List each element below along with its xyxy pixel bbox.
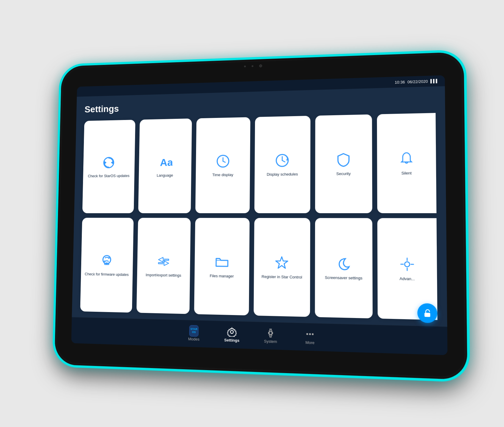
card-check-staros-updates[interactable]: Check for StarOS updates xyxy=(82,120,135,213)
svg-point-25 xyxy=(309,333,311,335)
card-screensaver[interactable]: Screensaver settings xyxy=(315,218,373,319)
sync-firmware-icon xyxy=(99,252,115,269)
transfer-icon xyxy=(155,253,172,270)
shield-icon xyxy=(335,151,353,169)
tablet-speaker-left xyxy=(244,66,246,67)
folder-icon xyxy=(213,253,230,271)
status-date: 06/22/2020 xyxy=(407,79,428,84)
staros-logo-icon: STAROS xyxy=(189,326,199,336)
gear-settings-icon xyxy=(227,327,237,337)
advanced-icon xyxy=(398,255,416,273)
tablet-speaker-right xyxy=(252,65,253,67)
card-import-export[interactable]: Import/export settings xyxy=(136,218,191,314)
svg-line-9 xyxy=(282,160,285,162)
gear-system-icon xyxy=(266,328,275,338)
card-display-schedules-label: Display schedules xyxy=(267,172,298,177)
nav-item-system[interactable]: System xyxy=(259,328,283,344)
schedule-clock-icon xyxy=(274,152,291,169)
unlock-icon xyxy=(422,308,432,318)
tablet-camera xyxy=(259,64,262,67)
card-time-display[interactable]: Time display xyxy=(195,117,251,213)
svg-rect-27 xyxy=(425,313,431,317)
svg-marker-1 xyxy=(111,161,113,164)
card-advanced-label: Advan... xyxy=(400,276,415,282)
card-security[interactable]: Security xyxy=(315,114,372,213)
status-time: 10:36 xyxy=(395,80,405,84)
settings-grid: Check for StarOS updates Aa Language xyxy=(80,113,437,320)
svg-marker-16 xyxy=(276,257,288,268)
card-import-export-label: Import/export settings xyxy=(146,272,181,278)
main-content: Settings Check for StarOS updat xyxy=(72,86,447,326)
bell-off-icon xyxy=(397,150,416,168)
card-star-control-label: Register in Star Control xyxy=(262,274,302,280)
card-files-manager-label: Files manager xyxy=(210,274,234,279)
moon-icon xyxy=(335,255,353,272)
card-display-schedules[interactable]: Display schedules xyxy=(254,116,310,213)
page-title: Settings xyxy=(84,95,436,115)
card-language-label: Language xyxy=(157,173,173,178)
card-screensaver-label: Screensaver settings xyxy=(325,275,362,281)
tablet-top-bar xyxy=(244,64,262,68)
sync-icon xyxy=(101,154,117,171)
nav-system-label: System xyxy=(264,339,277,344)
card-language[interactable]: Aa Language xyxy=(138,119,192,213)
clock-icon xyxy=(215,153,231,170)
svg-point-22 xyxy=(230,331,233,334)
tablet-screen: 10:36 06/22/2020 ▌▌▌ Settings xyxy=(71,75,447,355)
dots-icon xyxy=(305,329,315,339)
nav-item-modes[interactable]: STAROS Modes xyxy=(182,326,206,342)
card-security-label: Security xyxy=(336,172,350,177)
svg-marker-2 xyxy=(104,161,107,165)
svg-point-17 xyxy=(405,262,410,267)
font-icon: Aa xyxy=(157,154,173,171)
svg-text:Aa: Aa xyxy=(160,157,172,168)
card-star-control[interactable]: Register in Star Control xyxy=(253,218,310,317)
star-icon xyxy=(273,254,291,272)
card-check-staros-updates-label: Check for StarOS updates xyxy=(88,174,129,179)
tablet-device: 10:36 06/22/2020 ▌▌▌ Settings xyxy=(54,52,467,380)
svg-point-24 xyxy=(306,333,308,335)
card-silent-label: Silent xyxy=(401,171,412,176)
nav-more-label: More xyxy=(306,340,315,345)
card-time-display-label: Time display xyxy=(212,173,233,178)
card-check-firmware-updates[interactable]: Check for firmware updates xyxy=(80,218,133,313)
nav-modes-label: Modes xyxy=(188,337,199,342)
svg-point-26 xyxy=(312,333,314,335)
nav-settings-label: Settings xyxy=(224,338,240,343)
card-check-firmware-label: Check for firmware updates xyxy=(85,272,129,278)
svg-line-6 xyxy=(223,161,225,162)
signal-icon: ▌▌▌ xyxy=(431,79,439,83)
card-files-manager[interactable]: Files manager xyxy=(194,218,250,315)
card-silent[interactable]: Silent xyxy=(377,113,436,213)
nav-item-more[interactable]: More xyxy=(298,329,322,345)
nav-item-settings[interactable]: Settings xyxy=(220,327,244,343)
